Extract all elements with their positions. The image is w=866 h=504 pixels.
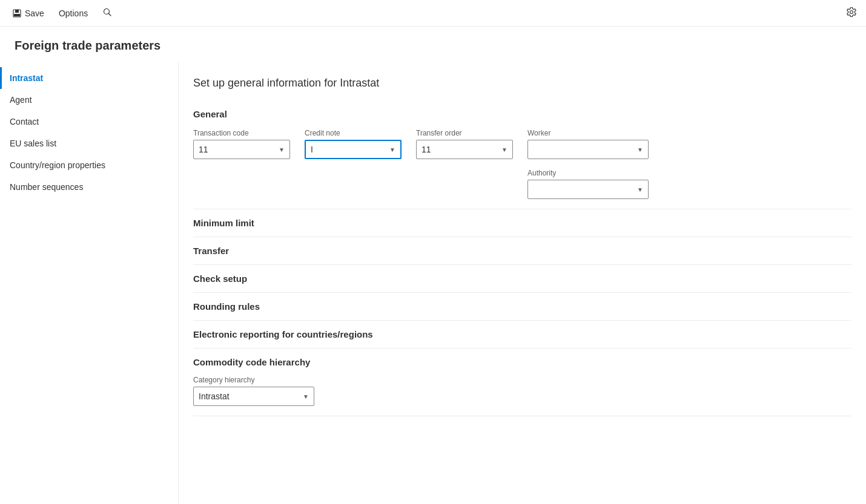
content-area: Intrastat Agent Contact EU sales list Co… xyxy=(0,62,866,504)
sidebar-item-label: Contact xyxy=(10,117,39,126)
toolbar-right xyxy=(842,4,861,23)
minimum-limit-label: Minimum limit xyxy=(193,218,254,228)
check-setup-header[interactable]: Check setup xyxy=(193,265,851,292)
general-section-label: General xyxy=(193,109,851,119)
sidebar-item-label: Number sequences xyxy=(10,182,83,192)
authority-select[interactable]: ▼ xyxy=(527,180,649,199)
minimum-limit-header[interactable]: Minimum limit xyxy=(193,209,851,237)
rounding-rules-section: Rounding rules xyxy=(193,293,851,321)
sidebar-item-country-region[interactable]: Country/region properties xyxy=(0,154,178,176)
transfer-order-select[interactable]: 11 ▼ xyxy=(416,140,513,159)
transfer-order-chevron: ▼ xyxy=(501,146,507,153)
authority-label: Authority xyxy=(527,169,649,177)
page-container: Foreign trade parameters Intrastat Agent… xyxy=(0,27,866,504)
commodity-code-section: Commodity code hierarchy Category hierar… xyxy=(193,349,851,416)
sidebar-item-label: Country/region properties xyxy=(10,160,105,170)
worker-chevron: ▼ xyxy=(637,146,643,153)
authority-field: Authority ▼ xyxy=(527,169,649,199)
options-button[interactable]: Options xyxy=(51,4,95,23)
sidebar-item-label: Agent xyxy=(10,95,32,105)
credit-note-value: I xyxy=(311,145,313,154)
transfer-header[interactable]: Transfer xyxy=(193,237,851,264)
rounding-rules-label: Rounding rules xyxy=(193,301,260,312)
check-setup-label: Check setup xyxy=(193,273,247,284)
check-setup-section: Check setup xyxy=(193,265,851,293)
transaction-code-value: 11 xyxy=(199,145,208,154)
transaction-code-select[interactable]: 11 ▼ xyxy=(193,140,290,159)
sidebar-item-contact[interactable]: Contact xyxy=(0,111,178,133)
transaction-code-chevron: ▼ xyxy=(279,146,285,153)
section-heading: Set up general information for Intrastat xyxy=(193,77,851,90)
transfer-order-value: 11 xyxy=(421,145,431,154)
options-label: Options xyxy=(59,8,88,18)
search-button[interactable] xyxy=(98,4,117,23)
main-content: Set up general information for Intrastat… xyxy=(179,62,866,504)
worker-label: Worker xyxy=(527,129,649,137)
sidebar-item-agent[interactable]: Agent xyxy=(0,89,178,111)
authority-chevron: ▼ xyxy=(637,186,643,193)
sidebar-item-label: EU sales list xyxy=(10,139,56,148)
svg-rect-2 xyxy=(14,14,20,16)
electronic-reporting-header[interactable]: Electronic reporting for countries/regio… xyxy=(193,321,851,348)
svg-line-4 xyxy=(109,14,111,16)
rounding-rules-header[interactable]: Rounding rules xyxy=(193,293,851,320)
worker-field: Worker ▼ xyxy=(527,129,649,159)
transfer-order-field: Transfer order 11 ▼ xyxy=(416,129,513,159)
general-form-row-2: Authority ▼ xyxy=(193,169,851,199)
transfer-label: Transfer xyxy=(193,246,229,256)
commodity-code-label: Commodity code hierarchy xyxy=(193,357,310,367)
commodity-code-content: Category hierarchy Intrastat ▼ xyxy=(193,376,851,416)
page-title: Foreign trade parameters xyxy=(0,27,866,62)
commodity-code-header[interactable]: Commodity code hierarchy xyxy=(193,349,851,376)
category-hierarchy-label: Category hierarchy xyxy=(193,376,851,384)
search-icon xyxy=(102,7,112,19)
category-hierarchy-select[interactable]: Intrastat ▼ xyxy=(193,387,314,406)
sidebar-item-intrastat[interactable]: Intrastat xyxy=(0,67,178,89)
save-button[interactable]: Save xyxy=(5,4,51,23)
settings-icon xyxy=(846,7,857,19)
category-hierarchy-value: Intrastat xyxy=(199,391,230,401)
transfer-section: Transfer xyxy=(193,237,851,265)
sidebar: Intrastat Agent Contact EU sales list Co… xyxy=(0,62,179,504)
transaction-code-label: Transaction code xyxy=(193,129,290,137)
general-form-row-1: Transaction code 11 ▼ Credit note I ▼ xyxy=(193,129,851,159)
settings-button[interactable] xyxy=(842,4,861,23)
sidebar-item-number-sequences[interactable]: Number sequences xyxy=(0,176,178,198)
save-icon xyxy=(12,8,22,18)
general-section: General Transaction code 11 ▼ Credit not… xyxy=(193,99,851,209)
electronic-reporting-section: Electronic reporting for countries/regio… xyxy=(193,321,851,349)
category-hierarchy-field: Category hierarchy Intrastat ▼ xyxy=(193,376,851,406)
credit-note-label: Credit note xyxy=(305,129,402,137)
sidebar-item-label: Intrastat xyxy=(10,73,43,83)
transaction-code-field: Transaction code 11 ▼ xyxy=(193,129,290,159)
electronic-reporting-label: Electronic reporting for countries/regio… xyxy=(193,329,373,339)
minimum-limit-section: Minimum limit xyxy=(193,209,851,237)
svg-rect-1 xyxy=(15,10,19,13)
transfer-order-label: Transfer order xyxy=(416,129,513,137)
credit-note-field: Credit note I ▼ xyxy=(305,129,402,159)
save-label: Save xyxy=(25,8,44,18)
credit-note-chevron: ▼ xyxy=(389,146,395,153)
credit-note-select[interactable]: I ▼ xyxy=(305,140,402,159)
sidebar-item-eu-sales-list[interactable]: EU sales list xyxy=(0,133,178,154)
worker-select[interactable]: ▼ xyxy=(527,140,649,159)
toolbar: Save Options xyxy=(0,0,866,27)
category-hierarchy-chevron: ▼ xyxy=(303,393,309,400)
